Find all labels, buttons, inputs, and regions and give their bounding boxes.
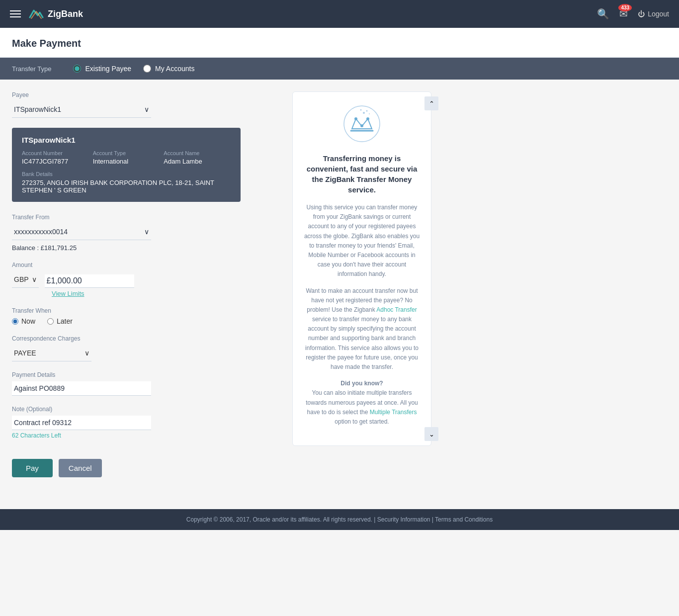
- logout-icon: ⏻: [638, 10, 645, 18]
- payee-value: ITSparowNick1: [14, 105, 61, 113]
- transfer-when-field-group: Transfer When Now Later: [12, 307, 251, 325]
- my-accounts-radio[interactable]: [143, 65, 151, 73]
- later-radio[interactable]: [47, 318, 54, 325]
- info-panel: Transferring money is convenient, fast a…: [292, 91, 431, 446]
- payment-details-field-group: Payment Details: [12, 371, 251, 396]
- currency-value: GBP: [14, 275, 29, 283]
- cancel-button[interactable]: Cancel: [59, 459, 102, 477]
- logo: ZigBank: [29, 8, 83, 19]
- logout-label: Logout: [648, 10, 669, 18]
- transfer-from-select[interactable]: xxxxxxxxxxx0014 ∨: [12, 224, 151, 240]
- transfer-from-label: Transfer From: [12, 214, 251, 221]
- payee-card-title: ITSparowNick1: [22, 136, 231, 144]
- scroll-down-button[interactable]: ⌄: [424, 427, 438, 441]
- pay-button[interactable]: Pay: [12, 459, 53, 477]
- transfer-type-label: Transfer Type: [12, 65, 51, 73]
- footer-text: Copyright © 2006, 2017, Oracle and/or it…: [186, 516, 493, 523]
- transfer-from-value: xxxxxxxxxxx0014: [14, 228, 68, 236]
- main-content: Payee ITSparowNick1 ∨ ITSparowNick1 Acco…: [0, 80, 679, 499]
- page-title: Make Payment: [12, 38, 667, 49]
- header-right: 🔍 ✉ 433 ⏻ Logout: [597, 8, 669, 20]
- balance-text: Balance : £181,791.25: [12, 244, 251, 252]
- transfer-when-label: Transfer When: [12, 307, 251, 314]
- payment-details-label: Payment Details: [12, 371, 251, 378]
- amount-row: GBP ∨: [12, 271, 251, 288]
- adhoc-transfer-link[interactable]: Adhoc Transfer: [376, 306, 417, 313]
- now-option[interactable]: Now: [12, 317, 35, 325]
- info-paragraph2: Want to make an account transfer now but…: [303, 286, 421, 372]
- now-radio[interactable]: [12, 318, 18, 325]
- svg-point-3: [366, 117, 369, 120]
- account-number-value: IC477JCGI7877: [22, 158, 68, 165]
- transfer-type-bar: Transfer Type Existing Payee My Accounts: [0, 58, 679, 80]
- bank-details-section: Bank Details 272375, ANGLO IRISH BANK CO…: [22, 171, 231, 194]
- footer: Copyright © 2006, 2017, Oracle and/or it…: [0, 509, 679, 530]
- amount-input[interactable]: [45, 274, 134, 288]
- account-number-label: Account Number: [22, 150, 89, 156]
- svg-point-1: [354, 117, 357, 120]
- search-icon[interactable]: 🔍: [597, 8, 609, 20]
- multiple-transfers-link[interactable]: Multiple Transfers: [370, 409, 417, 416]
- account-type-value: International: [93, 158, 129, 165]
- payment-form: Payee ITSparowNick1 ∨ ITSparowNick1 Acco…: [12, 91, 251, 487]
- chars-count: 62: [12, 432, 18, 439]
- page-title-bar: Make Payment: [0, 28, 679, 58]
- scroll-up-button[interactable]: ⌃: [424, 96, 438, 110]
- account-number-field: Account Number IC477JCGI7877: [22, 150, 89, 165]
- info-did-you-know: Did you know? You can also initiate mult…: [303, 379, 421, 427]
- info-paragraph2-suffix: service to transfer money to any bank ac…: [305, 316, 419, 370]
- correspondence-value: PAYEE: [14, 349, 36, 357]
- transfer-from-chevron: ∨: [144, 228, 149, 236]
- header-left: ZigBank: [10, 8, 83, 19]
- transfer-type-options: Existing Payee My Accounts: [73, 65, 194, 73]
- logo-icon: [29, 8, 44, 19]
- chars-left-label: Characters Left: [20, 432, 61, 439]
- account-name-field: Account Name Adam Lambe: [164, 150, 231, 165]
- info-heading: Transferring money is convenient, fast a…: [303, 153, 421, 195]
- info-paragraph3-suffix: option to get started.: [335, 418, 389, 425]
- payee-select[interactable]: ITSparowNick1 ∨: [12, 101, 151, 118]
- note-input[interactable]: [12, 416, 151, 430]
- payee-field-group: Payee ITSparowNick1 ∨: [12, 91, 251, 118]
- svg-point-4: [363, 112, 365, 114]
- my-accounts-option[interactable]: My Accounts: [143, 65, 194, 73]
- info-panel-wrapper: Transferring money is convenient, fast a…: [292, 91, 431, 446]
- account-name-value: Adam Lambe: [164, 158, 202, 165]
- bank-details-value: 272375, ANGLO IRISH BANK CORPORATION PLC…: [22, 179, 231, 194]
- later-label: Later: [57, 317, 73, 325]
- currency-chevron: ∨: [32, 275, 37, 283]
- header: ZigBank 🔍 ✉ 433 ⏻ Logout: [0, 0, 679, 28]
- transfer-from-field-group: Transfer From xxxxxxxxxxx0014 ∨: [12, 214, 251, 240]
- svg-point-0: [344, 106, 380, 142]
- svg-point-2: [360, 124, 363, 127]
- chars-left: 62 Characters Left: [12, 432, 251, 439]
- existing-payee-radio[interactable]: [73, 65, 81, 73]
- note-field-group: Note (Optional) 62 Characters Left: [12, 406, 251, 439]
- amount-field-group: Amount GBP ∨ View Limits: [12, 262, 251, 297]
- menu-button[interactable]: [10, 10, 21, 17]
- currency-select[interactable]: GBP ∨: [12, 271, 39, 288]
- payee-chevron: ∨: [144, 105, 149, 113]
- svg-point-5: [366, 110, 368, 112]
- amount-label: Amount: [12, 262, 251, 268]
- messages-badge: 433: [618, 4, 632, 11]
- existing-payee-label: Existing Payee: [85, 65, 131, 73]
- did-you-know-title: Did you know?: [340, 380, 383, 387]
- account-type-label: Account Type: [93, 150, 160, 156]
- account-name-label: Account Name: [164, 150, 231, 156]
- correspondence-label: Correspondence Charges: [12, 335, 251, 342]
- payee-info-card: ITSparowNick1 Account Number IC477JCGI78…: [12, 128, 241, 202]
- correspondence-select[interactable]: PAYEE ∨: [12, 345, 91, 361]
- transfer-illustration: [303, 104, 421, 145]
- payee-card-grid: Account Number IC477JCGI7877 Account Typ…: [22, 150, 231, 165]
- later-option[interactable]: Later: [47, 317, 73, 325]
- bank-details-label: Bank Details: [22, 171, 231, 177]
- messages-icon[interactable]: ✉ 433: [619, 8, 628, 20]
- correspondence-chevron: ∨: [85, 349, 89, 357]
- logout-button[interactable]: ⏻ Logout: [638, 10, 669, 18]
- view-limits-link[interactable]: View Limits: [52, 290, 251, 297]
- svg-point-6: [360, 109, 362, 111]
- existing-payee-option[interactable]: Existing Payee: [73, 65, 131, 73]
- payment-details-input[interactable]: [12, 381, 151, 396]
- logo-text: ZigBank: [48, 9, 83, 19]
